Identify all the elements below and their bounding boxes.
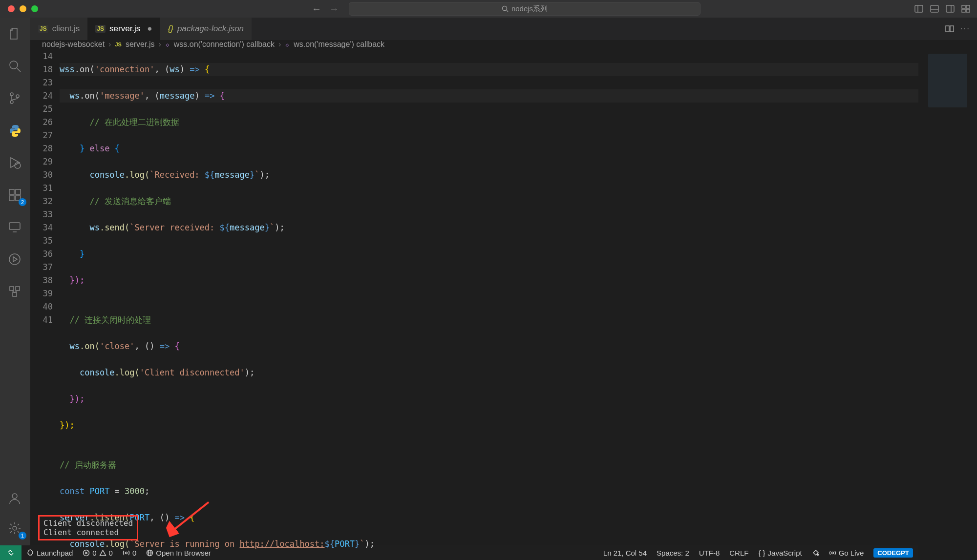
svg-rect-25 [10,287,14,290]
tab-package-lock[interactable]: {} package-lock.json [160,18,252,40]
layout-panel-icon[interactable] [929,3,940,14]
editor-area: JS client.js JS server.js ● {} package-l… [30,18,977,545]
search-icon [502,5,509,12]
terminal-line: Client connected [43,528,133,537]
window-close-button[interactable] [8,5,15,12]
account-icon [8,491,22,506]
svg-rect-21 [16,189,21,194]
breadcrumbs[interactable]: nodejs-websocket › JS server.js › ⬦ wss.… [30,40,977,49]
svg-rect-8 [962,5,965,8]
svg-point-15 [10,101,13,104]
svg-rect-2 [915,5,923,12]
layout-customize-icon[interactable] [960,3,971,14]
titlebar: ← → nodejs系列 [0,0,977,18]
svg-point-24 [9,254,20,265]
svg-rect-32 [946,26,949,32]
svg-rect-11 [966,9,970,12]
tab-server-js[interactable]: JS server.js ● [87,18,160,40]
explorer-view-button[interactable] [0,24,30,44]
search-placeholder: nodejs系列 [511,4,548,14]
breadcrumb-symbol[interactable]: wss.on('connection') callback [174,40,275,49]
remote-explorer-button[interactable] [0,218,30,237]
method-icon: ⬦ [165,40,170,49]
play-debug-icon [8,156,22,170]
remote-icon [6,548,15,557]
traffic-lights [8,5,38,12]
run-debug-view-button[interactable] [0,153,30,173]
svg-rect-22 [9,223,20,229]
settings-badge: 1 [19,532,26,539]
svg-point-12 [10,61,18,69]
method-icon: ⬦ [285,40,290,49]
chevron-icon: › [158,40,161,49]
svg-rect-18 [9,189,14,194]
tab-dirty-icon[interactable]: ● [147,24,152,34]
editor-tabs: JS client.js JS server.js ● {} package-l… [30,18,977,40]
js-file-icon: JS [95,25,106,33]
search-icon [8,59,22,74]
tab-client-js[interactable]: JS client.js [30,18,87,40]
svg-line-13 [17,68,21,72]
nav-forward-button[interactable]: → [329,3,339,15]
tab-label: package-lock.json [177,24,244,34]
activity-bar: 2 1 [0,18,30,545]
window-maximize-button[interactable] [31,5,38,12]
annotation-highlight: Client disconnected Client connected [38,515,138,540]
chevron-icon: › [108,40,111,49]
svg-rect-10 [962,9,965,12]
remote-indicator[interactable] [0,545,21,560]
code-content[interactable]: wss.on('connection', (ws) => { ws.on('me… [60,49,977,560]
remote-icon [8,220,22,235]
svg-point-30 [12,494,17,498]
svg-point-31 [13,526,17,530]
svg-rect-6 [946,5,954,12]
minimap[interactable] [918,49,977,560]
terminal-line: Client disconnected [43,519,133,528]
svg-rect-19 [9,196,14,201]
window-minimize-button[interactable] [20,5,26,12]
references-icon [8,285,22,299]
svg-rect-27 [13,292,17,296]
svg-point-0 [502,6,507,11]
svg-point-16 [16,95,19,98]
code-editor[interactable]: 1418232425262728293031323334353637383940… [30,49,977,560]
breadcrumb-symbol[interactable]: ws.on('message') callback [294,40,384,49]
python-env-button[interactable] [0,121,30,141]
line-gutter: 1418232425262728293031323334353637383940… [30,49,60,560]
search-view-button[interactable] [0,57,30,76]
breadcrumb-file[interactable]: server.js [126,40,155,49]
js-file-icon: JS [115,41,121,47]
references-view-button[interactable] [0,282,30,302]
sourcegraph-button[interactable] [0,250,30,270]
files-icon [8,27,22,41]
js-file-icon: JS [38,25,48,33]
svg-line-1 [507,10,508,12]
circle-play-icon [8,252,22,267]
svg-rect-9 [966,5,970,8]
more-actions-icon[interactable]: ··· [960,24,970,34]
layout-sidebar-right-icon[interactable] [945,3,956,14]
python-icon [8,124,22,138]
svg-point-14 [10,93,13,96]
extensions-badge: 2 [19,198,26,206]
settings-button[interactable]: 1 [0,519,30,539]
compare-changes-icon[interactable] [945,24,955,34]
svg-rect-4 [931,5,938,12]
extensions-view-button[interactable]: 2 [0,186,30,205]
svg-rect-26 [16,287,20,290]
layout-sidebar-left-icon[interactable] [913,3,924,14]
nav-back-button[interactable]: ← [312,3,321,15]
chevron-icon: › [278,40,281,49]
tab-label: client.js [52,24,80,34]
json-file-icon: {} [168,24,173,34]
source-control-view-button[interactable] [0,89,30,108]
tab-label: server.js [109,24,140,34]
git-branch-icon [8,91,22,106]
command-center-search[interactable]: nodejs系列 [349,2,701,16]
svg-rect-33 [950,26,954,32]
accounts-button[interactable] [0,489,30,508]
breadcrumb-folder[interactable]: nodejs-websocket [42,40,105,49]
